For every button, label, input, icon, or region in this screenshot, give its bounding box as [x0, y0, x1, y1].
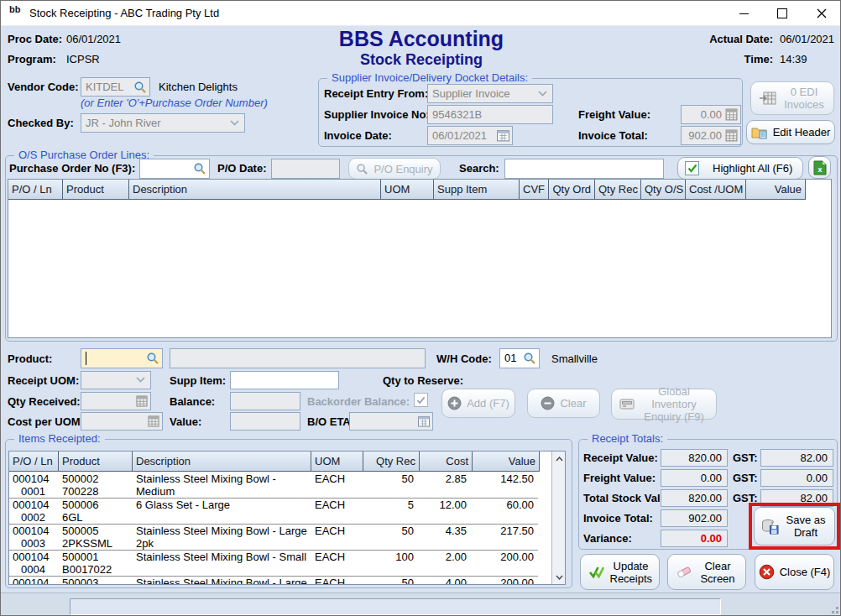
- add-label: Add (F7): [467, 397, 509, 410]
- update-receipts-label: Update Receipts: [610, 560, 652, 585]
- scroll-down-button[interactable]: [553, 571, 565, 583]
- scroll-up-button[interactable]: [553, 452, 565, 465]
- calculator-icon[interactable]: [147, 415, 160, 428]
- search-input[interactable]: [504, 159, 664, 179]
- po-enquiry-button[interactable]: P/O Enquiry: [348, 158, 441, 180]
- po-col-suppitem[interactable]: Supp Item: [434, 180, 520, 200]
- items-row[interactable]: 0001040001 500002700228 Stainless Steel …: [9, 472, 538, 499]
- invoice-total-input[interactable]: 902.00: [681, 126, 741, 145]
- clear-screen-button[interactable]: Clear Screen: [667, 554, 746, 590]
- clear-screen-label: Clear Screen: [697, 560, 738, 585]
- calendar-icon[interactable]: [496, 128, 510, 143]
- po-col-description[interactable]: Description: [129, 180, 381, 200]
- items-row[interactable]: 000104 500003 Stainless Steel Mixing Bow…: [9, 576, 538, 585]
- items-col-value[interactable]: Value: [473, 452, 540, 472]
- cell-product: 500001: [62, 551, 98, 563]
- cell-uom: EACH: [315, 525, 361, 537]
- backorder-balance-checkbox[interactable]: [414, 393, 428, 407]
- cell-desc2: Medium: [136, 485, 175, 498]
- po-date-input[interactable]: [271, 159, 340, 179]
- actual-date-value: 06/01/2021: [780, 33, 834, 45]
- cell-product2: 700228: [62, 485, 98, 498]
- items-col-cost[interactable]: Cost: [420, 452, 473, 472]
- po-col-qtyord[interactable]: Qty Ord: [549, 180, 595, 200]
- supplier-invoice-no-input[interactable]: 9546321B: [427, 105, 553, 124]
- save-as-draft-button[interactable]: Save as Draft: [754, 507, 835, 546]
- po-lines-table[interactable]: P/O / Ln Product Description UOM Supp It…: [8, 179, 832, 338]
- items-scrollbar[interactable]: [551, 452, 566, 584]
- receipt-uom-select[interactable]: [81, 371, 151, 389]
- product-lookup-icon[interactable]: [146, 352, 159, 365]
- items-col-description[interactable]: Description: [133, 452, 311, 472]
- bo-eta-label: B/O ETA:: [307, 415, 354, 428]
- export-excel-button[interactable]: x: [808, 156, 831, 179]
- po-col-poln[interactable]: P/O / Ln: [8, 180, 63, 200]
- po-col-qtyrec[interactable]: Qty Rec: [595, 180, 641, 200]
- wh-code-input[interactable]: 01: [499, 348, 540, 368]
- items-col-qtyrec[interactable]: Qty Rec: [363, 452, 420, 472]
- items-row[interactable]: 0001040003 5000052PKSSML Stainless Steel…: [9, 524, 538, 551]
- items-col-product[interactable]: Product: [59, 452, 133, 472]
- minimize-button[interactable]: [724, 1, 763, 26]
- receipt-entry-from-value: Supplier Invoice: [432, 87, 510, 100]
- items-row[interactable]: 0001040004 500001B0017022 Stainless Stee…: [9, 550, 538, 577]
- po-col-uom[interactable]: UOM: [381, 180, 434, 200]
- product-description-field: [170, 348, 426, 368]
- items-receipted-table[interactable]: P/O / Ln Product Description UOM Qty Rec…: [8, 451, 566, 585]
- cell-po: 000104: [13, 577, 58, 585]
- vendor-lookup-icon[interactable]: [133, 81, 147, 94]
- po-no-input[interactable]: [139, 159, 210, 179]
- receipt-entry-from-select[interactable]: Supplier Invoice: [427, 84, 553, 103]
- close-f4-button[interactable]: Close (F4): [755, 554, 834, 590]
- freight-gst-label: GST:: [733, 472, 758, 484]
- bo-eta-input[interactable]: [349, 412, 433, 431]
- po-col-value[interactable]: Value: [746, 180, 806, 200]
- calculator-icon[interactable]: [724, 128, 739, 143]
- product-input[interactable]: [81, 348, 163, 368]
- vendor-code-input[interactable]: KITDEL: [81, 77, 150, 97]
- items-col-poln[interactable]: P/O / Ln: [9, 452, 59, 472]
- calculator-icon[interactable]: [135, 394, 149, 408]
- value-input[interactable]: [230, 412, 300, 431]
- highlight-all-checkbox[interactable]: [685, 161, 699, 175]
- qty-received-label: Qty Received:: [8, 395, 81, 408]
- invoice-date-label: Invoice Date:: [324, 129, 392, 142]
- cell-value: 200.00: [473, 551, 534, 563]
- maximize-button[interactable]: [763, 1, 802, 26]
- edit-header-button[interactable]: Edit Header: [746, 120, 835, 144]
- invoice-total-label: Invoice Total:: [578, 129, 648, 142]
- po-col-costuom[interactable]: Cost /UOM: [686, 180, 746, 200]
- edi-invoices-button[interactable]: 0 EDI Invoices: [750, 81, 834, 115]
- global-inventory-button[interactable]: Global Inventory Enquiry (F9): [611, 389, 717, 420]
- items-col-uom[interactable]: UOM: [311, 452, 363, 472]
- po-date-label: P/O Date:: [217, 162, 267, 175]
- calculator-icon[interactable]: [724, 107, 739, 122]
- items-row[interactable]: 0001040002 5000066GL 6 Glass Set - Large…: [9, 498, 538, 525]
- total-gst-field: 82.00: [760, 489, 833, 507]
- wh-lookup-icon[interactable]: [523, 352, 536, 365]
- qty-received-input[interactable]: [81, 392, 151, 410]
- invoice-date-input[interactable]: 06/01/2021: [427, 126, 513, 145]
- close-button[interactable]: [802, 1, 841, 26]
- product-label: Product:: [8, 352, 52, 365]
- supp-item-input[interactable]: [230, 371, 339, 389]
- po-col-product[interactable]: Product: [63, 180, 129, 200]
- cell-cost: 2.85: [420, 472, 467, 485]
- po-col-cvf[interactable]: CVF: [520, 180, 549, 200]
- total-stock-label: Total Stock Val:: [583, 492, 664, 504]
- status-bar: [1, 593, 841, 616]
- resize-grip[interactable]: [836, 611, 838, 613]
- cell-product: 500002: [62, 472, 98, 485]
- add-button[interactable]: Add (F7): [441, 389, 515, 418]
- po-lookup-icon[interactable]: [193, 162, 206, 175]
- update-receipts-button[interactable]: Update Receipts: [580, 554, 660, 590]
- eraser-icon: [676, 565, 692, 579]
- checked-by-select[interactable]: JR - John River: [81, 113, 245, 133]
- freight-value-input[interactable]: 0.00: [681, 105, 741, 124]
- po-col-qtyos[interactable]: Qty O/S: [641, 180, 686, 200]
- clear-entry-button[interactable]: Clear: [527, 389, 600, 418]
- balance-input[interactable]: [230, 392, 300, 410]
- highlight-all-button[interactable]: Highlight All (F6): [677, 157, 803, 180]
- cost-per-uom-input[interactable]: [81, 412, 163, 431]
- calendar-icon[interactable]: [417, 415, 431, 428]
